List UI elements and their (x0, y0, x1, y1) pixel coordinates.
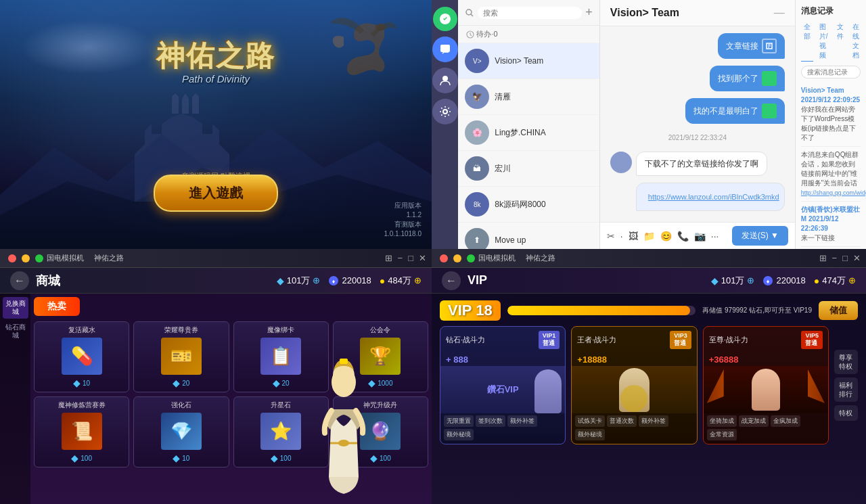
message-link[interactable]: https://www.lanzoul.com/iBlnCwdk3mkd (648, 191, 779, 203)
feature-tag: 战宠加成 (739, 415, 769, 427)
minimize-button[interactable]: — (774, 7, 785, 19)
enter-game-button[interactable]: 進入遊戲 (154, 175, 278, 212)
message-row: 文章链接 (610, 33, 785, 59)
vip-benefit-button[interactable]: 特权 (834, 405, 858, 421)
svg-point-2 (442, 76, 448, 81)
contact-item[interactable]: 🦅 清雁 (458, 79, 599, 115)
notes-tab-media[interactable]: 图片/视频 (817, 21, 831, 62)
vip-recharge-button[interactable]: 储值 (819, 301, 858, 320)
titlebar-icon[interactable]: □ (408, 253, 413, 263)
vip-feature-button[interactable]: 尊享特权 (834, 350, 858, 374)
dragon-decoration (276, 10, 398, 91)
titlebar-icon[interactable]: ⊞ (385, 253, 392, 263)
more-icon[interactable]: ··· (711, 231, 719, 242)
chat-sidebar (432, 0, 458, 249)
minimize-button[interactable] (22, 254, 30, 262)
video-icon[interactable]: 📷 (694, 231, 706, 242)
contact-item[interactable]: 🌸 Ling梦.CHINA (458, 115, 599, 151)
maximize-button[interactable] (467, 254, 475, 262)
vip-features: 试炼关卡 普通次数 额外补签 额外秘境 (572, 413, 696, 442)
diamond-amount: 101万 (287, 275, 311, 287)
chat-contacts-icon[interactable] (432, 68, 458, 93)
notes-tab-doc[interactable]: 在线文档 (850, 21, 862, 62)
shop-item[interactable]: 复活藏水 💊 ◆10 (34, 321, 129, 392)
titlebar-icon[interactable]: − (398, 253, 403, 263)
chat-notes-panel: 消息记录 全部 图片/视频 文件 在线文档 链接 Vision> Team 20… (795, 0, 866, 249)
contact-item[interactable]: 8k 8k源码网8000 (458, 187, 599, 223)
vip-card-title: 钻石·战斗力 (446, 335, 485, 345)
character-figure (310, 355, 378, 504)
shop-sidebar-exchange[interactable]: 兑换商城 (3, 297, 28, 319)
contact-avatar: V> (465, 49, 489, 73)
titlebar-close[interactable]: ✕ (853, 253, 861, 263)
item-name: 复活藏水 (38, 325, 125, 335)
vip-features: 无限重置 签到次数 额外补签 额外秘境 (440, 413, 565, 442)
shop-item[interactable]: 强化石 💎 ◆10 (133, 396, 229, 467)
item-price: ◆10 (38, 377, 125, 388)
svg-point-11 (338, 440, 349, 446)
chat-status-icon[interactable] (433, 7, 457, 31)
gold-amount: 474万 (822, 275, 846, 287)
minimize-button[interactable] (453, 254, 461, 262)
maximize-button[interactable] (35, 254, 43, 262)
status-icon (762, 104, 777, 118)
add-gold-button[interactable]: ⊕ (414, 275, 421, 285)
titlebar-icon[interactable]: − (832, 253, 838, 263)
wing-left (707, 369, 724, 403)
shop-topbar: ← 商城 ◆ 101万 ⊕ ♦ 220018 ● 484万 ⊕ (0, 268, 432, 294)
phone-icon[interactable]: 📞 (677, 231, 689, 242)
folder-icon[interactable]: 📁 (643, 231, 655, 242)
contact-avatar: 🦅 (465, 85, 489, 109)
add-gold-button[interactable]: ⊕ (848, 275, 856, 285)
notes-tab-all[interactable]: 全部 (801, 21, 813, 62)
glow-decoration (620, 385, 647, 412)
close-button[interactable] (8, 254, 16, 262)
shop-item[interactable]: 荣耀尊贵券 🎫 ◆20 (133, 321, 229, 392)
vip-title: VIP (468, 273, 487, 288)
chat-messages-icon[interactable] (432, 37, 458, 62)
vip-card-title: 王者·战斗力 (577, 335, 616, 345)
add-chat-button[interactable]: + (585, 5, 593, 20)
notes-search-input[interactable] (801, 66, 861, 78)
svg-text:♦: ♦ (332, 278, 336, 285)
notes-tab-file[interactable]: 文件 (834, 21, 846, 62)
vip-features: 坐骑加成 战宠加成 金疯加成 金常资源 (704, 413, 828, 442)
item-image: 💊 (62, 338, 102, 375)
back-button[interactable]: ← (442, 271, 461, 290)
feature-tag: 额外补签 (507, 415, 537, 427)
char-silhouette (534, 369, 562, 413)
message-bubble-out: 找的不是最明白了 (685, 98, 785, 124)
titlebar-label: 国电模拟机 (478, 253, 516, 263)
chat-search-input[interactable] (478, 7, 582, 19)
shop-item[interactable]: 魔神修炼营赛券 📜 ◆100 (34, 396, 129, 467)
shop-sidebar-diamond[interactable]: 钻石商城 (3, 321, 28, 342)
titlebar-icon[interactable]: □ (842, 253, 848, 263)
contact-name: Vision> Team (495, 56, 543, 66)
gold-amount: 484万 (388, 275, 411, 287)
diamond-amount: 101万 (721, 275, 745, 287)
titlebar-controls: ⊞ − □ ✕ (385, 253, 426, 263)
vip-header: VIP 18 再储值 979992 钻石,即可升至 VIP19 储值 (440, 300, 858, 321)
titlebar-icon[interactable]: ⊞ (819, 253, 827, 263)
image-icon[interactable]: 🖼 (629, 231, 638, 242)
close-button[interactable] (440, 254, 448, 262)
vip-body: VIP 18 再储值 979992 钻石,即可升至 VIP19 储值 钻石·战斗… (432, 294, 866, 451)
emoji-icon[interactable]: 😊 (660, 231, 672, 242)
item-price: ◆100 (38, 453, 125, 463)
scissors-icon[interactable]: ✂ (607, 231, 615, 242)
contact-name: 清雁 (495, 91, 511, 103)
vip-rank-button[interactable]: 福利排行 (834, 377, 858, 402)
contact-item[interactable]: V> Vision> Team (458, 43, 599, 79)
contact-item[interactable]: 🏔 宏川 (458, 151, 599, 187)
message-timestamp: 2021/9/12 22:33:24 (610, 134, 785, 141)
gold-icon: ● (814, 275, 819, 286)
add-diamond-button[interactable]: ⊕ (313, 275, 320, 285)
vip-window-panel: 国电模拟机 神佑之路 ⊞ − □ ✕ ← VIP ◆ 101万 ⊕ ♦ 2200… (432, 249, 866, 504)
back-button[interactable]: ← (10, 271, 29, 290)
note-link[interactable]: http://shang.qq.com/widget/set.php (801, 189, 866, 196)
vip-card-image (704, 366, 828, 413)
titlebar-close[interactable]: ✕ (419, 253, 426, 263)
send-button[interactable]: 发送(S) ▼ (732, 226, 788, 246)
add-diamond-button[interactable]: ⊕ (747, 275, 754, 285)
chat-settings-icon[interactable] (432, 99, 458, 124)
